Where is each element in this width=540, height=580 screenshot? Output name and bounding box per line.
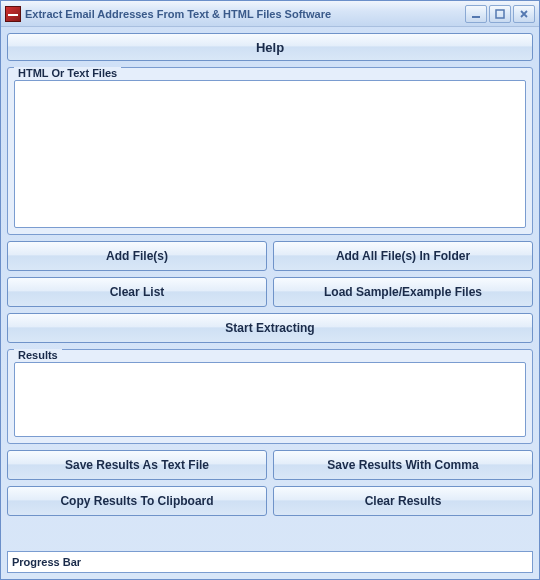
app-icon: [5, 6, 21, 22]
help-button[interactable]: Help: [7, 33, 533, 61]
maximize-button[interactable]: [489, 5, 511, 23]
client-area: Help HTML Or Text Files Add File(s) Add …: [1, 27, 539, 579]
add-files-button[interactable]: Add File(s): [7, 241, 267, 271]
files-group-label: HTML Or Text Files: [14, 67, 121, 79]
clear-list-button[interactable]: Clear List: [7, 277, 267, 307]
results-buttons-row-1: Save Results As Text File Save Results W…: [7, 450, 533, 480]
close-icon: [519, 9, 529, 19]
app-window: Extract Email Addresses From Text & HTML…: [0, 0, 540, 580]
results-buttons-row-2: Copy Results To Clipboard Clear Results: [7, 486, 533, 516]
close-button[interactable]: [513, 5, 535, 23]
results-listbox[interactable]: [14, 362, 526, 437]
save-text-button[interactable]: Save Results As Text File: [7, 450, 267, 480]
start-extracting-button[interactable]: Start Extracting: [7, 313, 533, 343]
window-controls: [465, 5, 535, 23]
minimize-button[interactable]: [465, 5, 487, 23]
results-group-label: Results: [14, 349, 62, 361]
file-buttons-row-2: Clear List Load Sample/Example Files: [7, 277, 533, 307]
clear-results-button[interactable]: Clear Results: [273, 486, 533, 516]
svg-rect-1: [496, 10, 504, 18]
start-row: Start Extracting: [7, 313, 533, 343]
help-row: Help: [7, 33, 533, 61]
svg-rect-0: [472, 16, 480, 18]
minimize-icon: [471, 9, 481, 19]
titlebar[interactable]: Extract Email Addresses From Text & HTML…: [1, 1, 539, 27]
window-title: Extract Email Addresses From Text & HTML…: [25, 8, 465, 20]
file-buttons-row-1: Add File(s) Add All File(s) In Folder: [7, 241, 533, 271]
files-listbox[interactable]: [14, 80, 526, 228]
add-folder-button[interactable]: Add All File(s) In Folder: [273, 241, 533, 271]
files-groupbox: HTML Or Text Files: [7, 67, 533, 235]
progress-bar: Progress Bar: [7, 551, 533, 573]
progress-label: Progress Bar: [12, 556, 81, 568]
load-sample-button[interactable]: Load Sample/Example Files: [273, 277, 533, 307]
save-comma-button[interactable]: Save Results With Comma: [273, 450, 533, 480]
copy-clipboard-button[interactable]: Copy Results To Clipboard: [7, 486, 267, 516]
results-groupbox: Results: [7, 349, 533, 444]
maximize-icon: [495, 9, 505, 19]
